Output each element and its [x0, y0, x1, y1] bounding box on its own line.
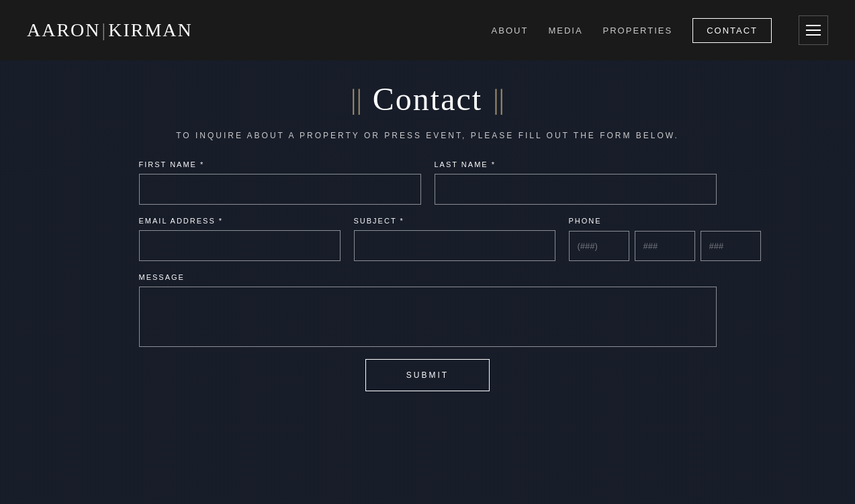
form-row-message: MESSAGE [139, 273, 717, 347]
email-label: EMAIL ADDRESS * [139, 217, 341, 225]
logo-text: AARON|KIRMAN [27, 19, 193, 40]
nav-contact[interactable]: CONTACT [692, 18, 772, 43]
nav-media[interactable]: MEDIA [548, 26, 582, 36]
contact-form: FIRST NAME * LAST NAME * EMAIL ADDRESS * [139, 160, 717, 391]
message-textarea[interactable] [139, 287, 717, 347]
phone-fields [569, 230, 761, 261]
subject-input[interactable] [354, 230, 555, 261]
first-name-input[interactable] [139, 174, 421, 205]
phone-number-input[interactable] [701, 231, 761, 261]
menu-line-2 [806, 30, 821, 31]
phone-label: PHONE [569, 217, 761, 225]
message-group: MESSAGE [139, 273, 717, 347]
main-nav: ABOUT MEDIA PROPERTIES CONTACT [492, 15, 828, 45]
submit-row: SUBMIT [139, 359, 717, 391]
page-title-wrapper: Contact [351, 81, 504, 117]
subject-group: SUBJECT * [354, 217, 555, 261]
last-name-label: LAST NAME * [435, 160, 717, 168]
site-header: AARON|KIRMAN ABOUT MEDIA PROPERTIES CONT… [0, 0, 855, 60]
last-name-input[interactable] [435, 174, 717, 205]
subject-label: SUBJECT * [354, 217, 555, 225]
main-content: Contact TO INQUIRE ABOUT A PROPERTY OR P… [0, 0, 855, 504]
menu-line-1 [806, 25, 821, 26]
first-name-group: FIRST NAME * [139, 160, 421, 205]
title-bracket-left-icon [351, 85, 362, 113]
hamburger-menu-button[interactable] [799, 15, 828, 45]
form-row-name: FIRST NAME * LAST NAME * [139, 160, 717, 205]
form-row-contact: EMAIL ADDRESS * SUBJECT * PHONE [139, 217, 717, 261]
site-logo[interactable]: AARON|KIRMAN [27, 19, 193, 41]
title-bracket-right-icon [493, 85, 504, 113]
last-name-group: LAST NAME * [435, 160, 717, 205]
last-name-required: * [488, 160, 496, 168]
email-required: * [216, 217, 223, 225]
first-name-required: * [197, 160, 204, 168]
phone-area-input[interactable] [569, 231, 629, 261]
subject-required: * [396, 217, 404, 225]
nav-properties[interactable]: PROPERTIES [603, 26, 673, 36]
page-title: Contact [373, 81, 482, 117]
first-name-label: FIRST NAME * [139, 160, 421, 168]
page-subtitle: TO INQUIRE ABOUT A PROPERTY OR PRESS EVE… [176, 131, 679, 140]
menu-line-3 [806, 34, 821, 36]
phone-prefix-input[interactable] [635, 231, 695, 261]
email-group: EMAIL ADDRESS * [139, 217, 341, 261]
email-input[interactable] [139, 230, 341, 261]
phone-group: PHONE [569, 217, 761, 261]
nav-about[interactable]: ABOUT [492, 26, 529, 36]
submit-button[interactable]: SUBMIT [365, 359, 490, 391]
content-wrapper: Contact TO INQUIRE ABOUT A PROPERTY OR P… [0, 60, 855, 391]
message-label: MESSAGE [139, 273, 717, 281]
